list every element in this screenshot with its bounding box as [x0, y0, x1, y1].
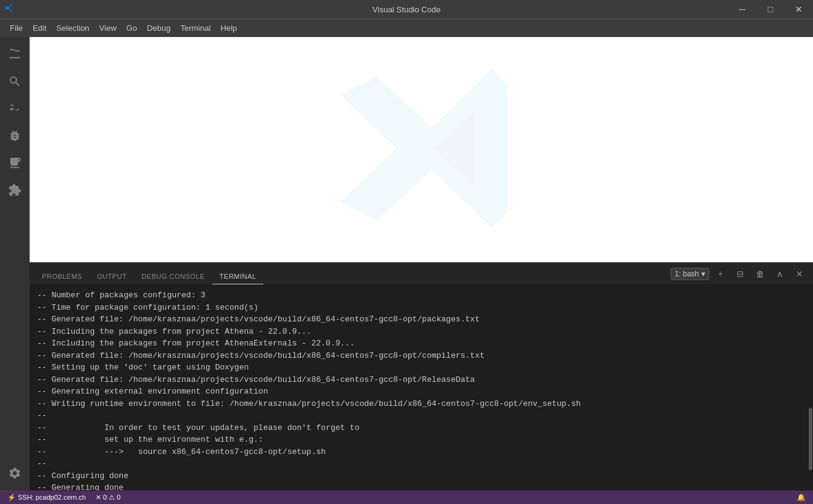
activity-bar — [0, 37, 30, 490]
settings-icon[interactable] — [2, 461, 27, 485]
panel-controls: 1: bash ▾ ＋ ⊟ 🗑 ∧ ✕ — [671, 266, 808, 281]
window-controls: ─ □ ✕ — [728, 0, 813, 19]
panel-scrollbar-thumb[interactable] — [809, 408, 812, 469]
menu-item-file[interactable]: File — [5, 21, 28, 35]
add-terminal-button[interactable]: ＋ — [712, 266, 729, 281]
sidebar-item-source-control[interactable] — [2, 96, 27, 121]
bell-icon: 🔔 — [797, 494, 806, 502]
title-bar: Visual Studio Code ─ □ ✕ — [0, 0, 813, 19]
ssh-label: SSH: pcadp02.cern.ch — [18, 494, 86, 501]
menu-item-help[interactable]: Help — [216, 21, 242, 35]
error-count: 0 — [103, 494, 107, 501]
menu-item-go[interactable]: Go — [122, 21, 142, 35]
terminal-output: -- Number of packages configured: 3 -- T… — [30, 287, 813, 490]
tab-output[interactable]: OUTPUT — [89, 269, 134, 284]
panel-content[interactable]: -- Number of packages configured: 3 -- T… — [30, 284, 813, 490]
notification-bell[interactable]: 🔔 — [794, 490, 808, 504]
sidebar-item-debug[interactable] — [2, 123, 27, 148]
ssh-status[interactable]: ⚡ SSH: pcadp02.cern.ch — [5, 490, 88, 504]
minimize-button[interactable]: ─ — [728, 0, 756, 19]
sidebar-item-explorer[interactable] — [2, 42, 27, 67]
sidebar-item-extensions[interactable] — [2, 178, 27, 202]
panel: PROBLEMS OUTPUT DEBUG CONSOLE TERMINAL 1… — [30, 262, 813, 490]
error-icon: ✕ — [96, 494, 101, 502]
warning-icon: ⚠ — [109, 494, 115, 502]
ssh-icon: ⚡ — [7, 494, 16, 502]
tab-terminal[interactable]: TERMINAL — [212, 269, 264, 284]
terminal-name: 1: bash — [675, 270, 699, 278]
panel-scrollbar[interactable] — [808, 284, 813, 490]
status-left: ⚡ SSH: pcadp02.cern.ch ✕ 0 ⚠ 0 — [5, 490, 123, 504]
panel-tabs: PROBLEMS OUTPUT DEBUG CONSOLE TERMINAL 1… — [30, 263, 813, 284]
menu-item-view[interactable]: View — [94, 21, 122, 35]
vscode-watermark — [335, 62, 508, 238]
main-layout: PROBLEMS OUTPUT DEBUG CONSOLE TERMINAL 1… — [0, 37, 813, 490]
menu-item-debug[interactable]: Debug — [142, 21, 175, 35]
status-bar: ⚡ SSH: pcadp02.cern.ch ✕ 0 ⚠ 0 🔔 — [0, 490, 813, 504]
vscode-logo-icon — [5, 3, 15, 15]
sidebar-item-search[interactable] — [2, 69, 27, 94]
tab-debug-console[interactable]: DEBUG CONSOLE — [134, 269, 212, 284]
tab-problems[interactable]: PROBLEMS — [35, 269, 89, 284]
chevron-down-icon: ▾ — [701, 270, 705, 278]
menu-item-edit[interactable]: Edit — [28, 21, 51, 35]
editor-area: PROBLEMS OUTPUT DEBUG CONSOLE TERMINAL 1… — [30, 37, 813, 490]
split-terminal-button[interactable]: ⊟ — [732, 266, 749, 281]
kill-terminal-button[interactable]: 🗑 — [751, 266, 769, 281]
menu-item-terminal[interactable]: Terminal — [175, 21, 215, 35]
error-status[interactable]: ✕ 0 ⚠ 0 — [93, 490, 123, 504]
sidebar-item-remote[interactable] — [2, 151, 27, 175]
panel-close-button[interactable]: ✕ — [791, 266, 808, 281]
menu-bar: FileEditSelectionViewGoDebugTerminalHelp — [0, 19, 813, 37]
maximize-button[interactable]: □ — [756, 0, 785, 19]
close-button[interactable]: ✕ — [785, 0, 813, 19]
menu-item-selection[interactable]: Selection — [51, 21, 94, 35]
window-title: Visual Studio Code — [373, 5, 440, 14]
terminal-selector[interactable]: 1: bash ▾ — [671, 268, 709, 280]
panel-maximize-button[interactable]: ∧ — [771, 266, 788, 281]
warning-count: 0 — [117, 494, 120, 501]
status-right: 🔔 — [794, 490, 808, 504]
editor-content — [30, 37, 813, 262]
